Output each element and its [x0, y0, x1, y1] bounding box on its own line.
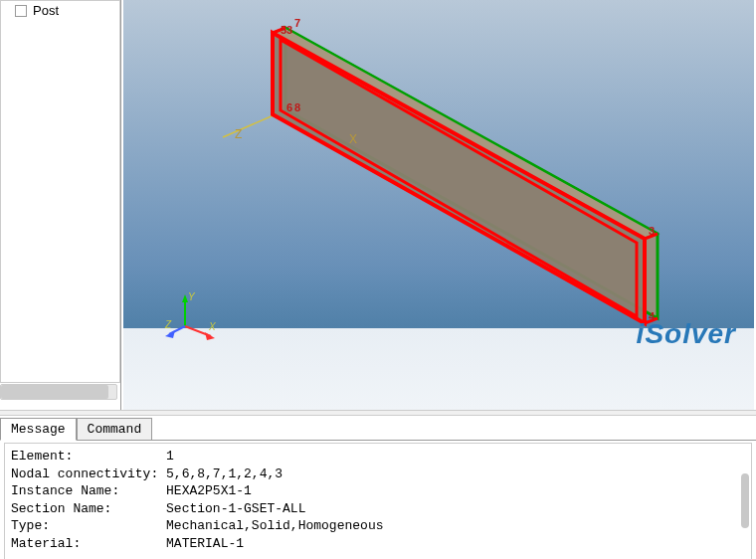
axis-triad-icon: Y X Z [163, 288, 223, 348]
tab-command[interactable]: Command [77, 418, 153, 440]
scrollbar-thumb[interactable] [1, 385, 108, 399]
console-value: Section-1-GSET-ALL [166, 501, 305, 516]
console-tabs: Message Command [0, 418, 756, 441]
message-console[interactable]: Element: 1 Nodal connectivity: 5,6,8,7,1… [4, 443, 752, 559]
axis-label-z: Z [235, 127, 242, 141]
console-value: 5,6,8,7,1,2,4,3 [166, 466, 283, 481]
svg-text:Z: Z [164, 319, 172, 330]
console-key: Nodal connectivity: [11, 466, 158, 481]
svg-marker-13 [205, 332, 215, 340]
node-label: 3 [649, 225, 655, 237]
tab-message[interactable]: Message [0, 418, 77, 441]
svg-text:Y: Y [188, 291, 196, 302]
console-key: Material: [11, 536, 81, 551]
svg-marker-15 [165, 330, 175, 338]
console-value: Mechanical,Solid,Homogeneous [166, 518, 383, 533]
svg-marker-4 [273, 33, 645, 323]
checkbox-icon[interactable] [15, 5, 27, 17]
node-label: 3 [286, 24, 292, 36]
console-value: MATERIAL-1 [166, 536, 244, 551]
console-key: Type: [11, 518, 50, 533]
tree-item-label: Post [33, 3, 59, 18]
tree-item-post[interactable]: Post [1, 1, 119, 20]
sidebar-scrollbar-horizontal[interactable] [0, 384, 117, 400]
axis-label-x: X [349, 132, 357, 146]
svg-text:X: X [208, 321, 216, 332]
tree-panel: Post [0, 0, 120, 383]
node-label: 8 [294, 101, 300, 113]
console-value: 1 [166, 449, 174, 464]
console-key: Instance Name: [11, 483, 119, 498]
splitter-horizontal[interactable] [0, 410, 756, 416]
console-key: Section Name: [11, 501, 111, 516]
console-key: Element: [11, 449, 73, 464]
node-label: 7 [294, 17, 300, 29]
console-value: HEXA2P5X1-1 [166, 483, 252, 498]
3d-viewport[interactable]: 7 5 3 6 8 3 4 X Z Y X Z iSolver [123, 0, 754, 410]
node-label: 6 [286, 101, 292, 113]
brand-logo: iSolver [637, 318, 736, 350]
sidebar: Post [0, 0, 121, 410]
console-scrollbar-thumb[interactable] [741, 473, 749, 528]
